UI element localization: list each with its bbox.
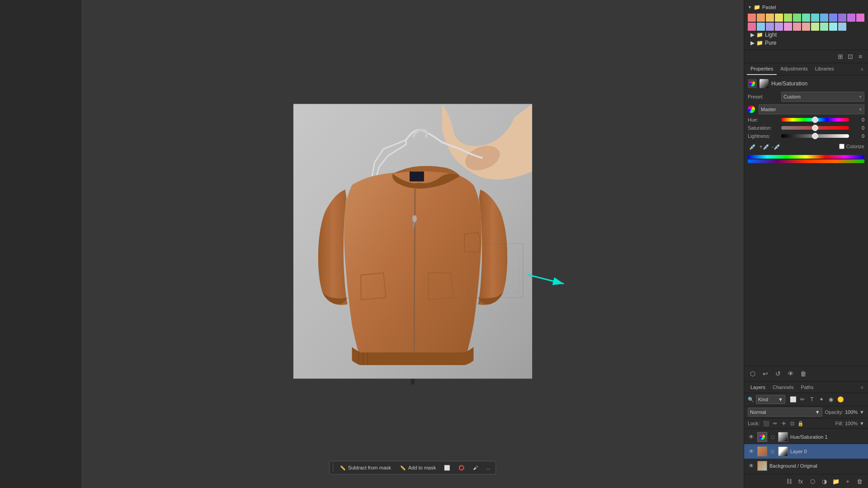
lock-position-button[interactable]: ✛ <box>780 420 787 427</box>
preset-select[interactable]: Custom ▼ <box>781 92 864 102</box>
spectrum-bar-bottom <box>748 160 864 163</box>
frame-tool-button[interactable]: ⬜ <box>440 463 454 473</box>
swatch[interactable] <box>757 23 765 31</box>
swatch[interactable] <box>829 14 837 22</box>
add-group-button[interactable]: 📁 <box>831 476 841 486</box>
light-group-header[interactable]: ▶ 📁 Light <box>748 31 864 39</box>
lock-all-button[interactable]: 🔒 <box>797 420 804 427</box>
panel-collapse-button[interactable]: ≡ <box>859 63 865 75</box>
swatch[interactable] <box>793 23 801 31</box>
tab-adjustments[interactable]: Adjustments <box>777 63 811 75</box>
canvas-scrollbar[interactable] <box>411 379 415 385</box>
swatch[interactable] <box>748 14 756 22</box>
swatch[interactable] <box>766 14 774 22</box>
add-style-button[interactable]: fx <box>796 476 806 486</box>
swatch[interactable] <box>811 14 819 22</box>
swatch[interactable] <box>748 23 756 31</box>
swatch[interactable] <box>802 14 810 22</box>
link-layers-button[interactable]: ⛓ <box>784 476 794 486</box>
tab-channels[interactable]: Channels <box>769 382 797 393</box>
add-mask-button[interactable]: ⬡ <box>807 476 817 486</box>
swatch[interactable] <box>811 23 819 31</box>
tab-paths[interactable]: Paths <box>797 382 817 393</box>
layer-extra-icon-1[interactable]: ⬡ <box>769 434 776 440</box>
layer-visibility-button-3[interactable]: 👁 <box>748 463 755 469</box>
swatches-section: ▼ 📁 Pastel <box>744 0 868 50</box>
delete-button[interactable]: 🗑 <box>798 369 808 379</box>
swatch[interactable] <box>820 23 828 31</box>
lock-transparent-button[interactable]: ⬛ <box>763 420 770 427</box>
swatch[interactable] <box>757 14 765 22</box>
filter-smart-button[interactable]: ◉ <box>827 395 835 404</box>
toggle-visibility-button[interactable]: 👁 <box>786 369 796 379</box>
swatch[interactable] <box>793 14 801 22</box>
pastel-group-header[interactable]: ▼ 📁 Pastel <box>748 3 864 12</box>
hue-slider[interactable] <box>781 118 849 122</box>
panel-icon-btn-1[interactable]: ⊞ <box>835 52 845 61</box>
annotation-arrow <box>525 259 571 291</box>
swatch[interactable] <box>838 14 846 22</box>
add-layer-button[interactable]: + <box>843 476 853 486</box>
tab-properties[interactable]: Properties <box>747 63 777 75</box>
filter-type-button[interactable]: T <box>808 395 816 404</box>
swatch[interactable] <box>775 23 783 31</box>
swatch[interactable] <box>838 23 846 31</box>
channel-select[interactable]: Master ▼ <box>759 104 864 114</box>
add-adjustment-button[interactable]: ◑ <box>819 476 829 486</box>
panel-icon-btn-3[interactable]: ≡ <box>855 52 865 61</box>
pure-arrow: ▶ <box>750 40 755 46</box>
subtract-from-mask-button[interactable]: ✏️ Subtract from mask <box>335 462 395 473</box>
view-previous-button[interactable]: ↩ <box>760 369 770 379</box>
layers-collapse-button[interactable]: ≡ <box>859 382 865 393</box>
pure-label: Pure <box>765 40 776 46</box>
blend-mode-select[interactable]: Normal ▼ <box>748 408 822 417</box>
tab-libraries[interactable]: Libraries <box>811 63 838 75</box>
filter-adjustment-button[interactable]: ✏ <box>798 395 807 404</box>
eyedropper-plus-button[interactable]: +💉 <box>760 141 769 151</box>
lock-artboard-button[interactable]: ⊡ <box>788 420 796 427</box>
eyedropper-button[interactable]: 💉 <box>748 141 758 151</box>
clip-to-layer-button[interactable]: ⬡ <box>748 369 758 379</box>
chevron-down-icon: ▼ <box>859 95 862 99</box>
swatch[interactable] <box>784 23 792 31</box>
saturation-slider-thumb[interactable] <box>812 125 818 131</box>
swatch[interactable] <box>829 23 837 31</box>
layer-visibility-button-1[interactable]: 👁 <box>748 434 755 440</box>
lightness-slider-thumb[interactable] <box>812 133 818 139</box>
layer-item-hue-saturation[interactable]: 👁 ⬡ Hue/Saturation 1 <box>744 430 868 444</box>
add-to-mask-button[interactable]: ✏️ Add to mask <box>396 462 439 473</box>
swatch[interactable] <box>820 14 828 22</box>
pure-group-header[interactable]: ▶ 📁 Pure <box>748 39 864 47</box>
reset-button[interactable]: ↺ <box>773 369 783 379</box>
layer-chain-icon[interactable]: ⛓ <box>769 448 776 455</box>
frame-icon: ⬜ <box>444 465 450 471</box>
swatch[interactable] <box>784 14 792 22</box>
swatch[interactable] <box>766 23 774 31</box>
tab-layers[interactable]: Layers <box>747 382 769 393</box>
brush-tool-button[interactable]: 🖌 <box>469 463 481 472</box>
panel-icon-btn-2[interactable]: ⊡ <box>845 52 855 61</box>
swatch[interactable] <box>802 23 810 31</box>
filter-shape-button[interactable]: ✦ <box>817 395 826 404</box>
kind-select[interactable]: Kind ▼ <box>756 395 785 404</box>
layer-item-layer0[interactable]: 👁 ⛓ Layer 0 <box>744 444 868 459</box>
eyedropper-minus-button[interactable]: -💉 <box>771 141 781 151</box>
swatch[interactable] <box>847 14 855 22</box>
more-options-button[interactable]: ... <box>482 463 494 472</box>
delete-layer-button[interactable]: 🗑 <box>854 476 864 486</box>
lightness-slider[interactable] <box>781 134 849 138</box>
saturation-slider[interactable] <box>781 126 849 130</box>
layer-visibility-button-2[interactable]: 👁 <box>748 448 755 455</box>
hue-label: Hue: <box>748 117 779 122</box>
lock-paint-button[interactable]: ✏ <box>771 420 778 427</box>
filter-color-button[interactable]: 🟡 <box>836 395 844 404</box>
filter-pixel-button[interactable]: ⬜ <box>789 395 797 404</box>
pastel-label: Pastel <box>762 5 776 10</box>
circle-tool-button[interactable]: ⭕ <box>455 463 468 473</box>
layer-item-background[interactable]: 👁 Background / Original <box>744 459 868 473</box>
swatch[interactable] <box>775 14 783 22</box>
colorize-checkbox[interactable] <box>839 144 844 149</box>
layer-thumb-bg <box>757 461 767 471</box>
hue-slider-thumb[interactable] <box>812 117 818 123</box>
swatch[interactable] <box>856 14 864 22</box>
